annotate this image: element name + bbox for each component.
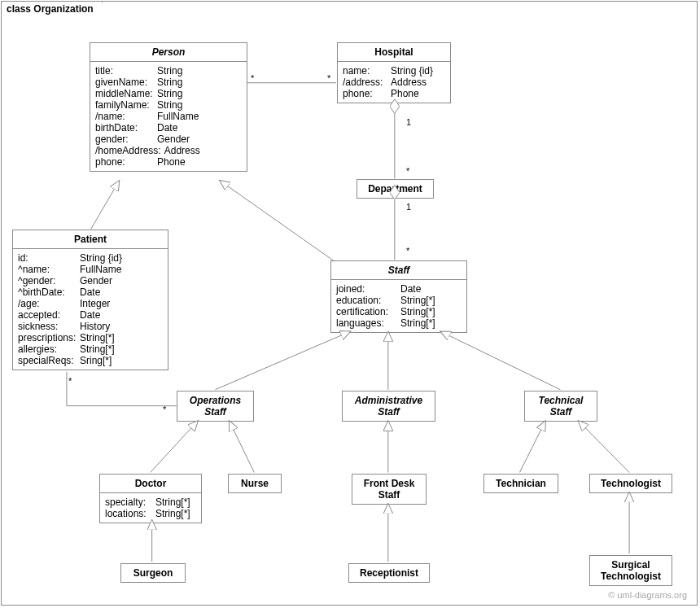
class-tech-staff: Technical Staff <box>524 391 597 422</box>
class-operations-staff: Operations Staff <box>177 391 254 422</box>
class-surgeon-title: Surgeon <box>121 564 185 582</box>
class-technician: Technician <box>483 474 558 493</box>
class-admin-title: Administrative Staff <box>343 391 435 421</box>
class-department-title: Department <box>357 180 433 198</box>
class-doctor: Doctor specialty:String[*] locations:Str… <box>99 474 202 523</box>
class-staff-title: Staff <box>331 261 466 279</box>
class-technician-title: Technician <box>484 475 558 492</box>
svg-line-7 <box>440 331 561 390</box>
svg-line-4 <box>219 180 335 261</box>
class-technologist: Technologist <box>589 474 672 493</box>
mult-dept-staff-star: * <box>406 246 409 256</box>
class-doctor-title: Doctor <box>100 475 201 492</box>
class-admin-staff: Administrative Staff <box>342 391 435 422</box>
class-doctor-attrs: specialty:String[*] locations:String[*] <box>100 493 201 523</box>
class-front-desk: Front Desk Staff <box>352 474 427 505</box>
class-hospital: Hospital name:String {id} /address:Addre… <box>337 42 451 103</box>
class-hospital-title: Hospital <box>338 43 450 61</box>
mult-dept-staff-1: 1 <box>406 202 411 212</box>
class-receptionist: Receptionist <box>348 563 430 583</box>
class-front-desk-title: Front Desk Staff <box>352 475 426 504</box>
mult-person-hosp-l: * <box>251 73 254 83</box>
class-receptionist-title: Receptionist <box>349 564 429 582</box>
class-nurse: Nurse <box>228 474 282 493</box>
mult-hosp-dept-1: 1 <box>406 117 411 127</box>
class-surg-tech-title: Surgical Technologist <box>590 556 672 585</box>
watermark: © uml-diagrams.org <box>608 590 687 600</box>
class-person-attrs: title:String givenName:String middleName… <box>90 62 247 171</box>
mult-patient-ops-l: * <box>68 376 72 386</box>
class-department: Department <box>357 179 434 199</box>
mult-hosp-dept-star: * <box>406 166 409 176</box>
mult-patient-ops-r: * <box>163 405 166 414</box>
svg-line-8 <box>151 421 199 473</box>
frame-title-tab: class Organization <box>1 1 103 16</box>
class-person-title: Person <box>90 43 247 61</box>
svg-line-11 <box>519 421 545 473</box>
class-staff-attrs: joined:Date education:String[*] certific… <box>331 280 466 332</box>
class-technologist-title: Technologist <box>590 475 672 492</box>
class-nurse-title: Nurse <box>229 475 281 492</box>
svg-line-3 <box>91 180 120 229</box>
class-surg-tech: Surgical Technologist <box>589 555 672 586</box>
class-surgeon: Surgeon <box>120 563 186 583</box>
class-patient-title: Patient <box>13 230 168 248</box>
svg-line-12 <box>578 421 629 473</box>
class-hospital-attrs: name:String {id} /address:Address phone:… <box>338 62 450 103</box>
class-patient-attrs: id:String {id} ^name:FullName ^gender:Ge… <box>13 249 168 370</box>
diagram-frame: class Organization Person title:String g… <box>1 1 698 606</box>
class-patient: Patient id:String {id} ^name:FullName ^g… <box>12 230 168 370</box>
mult-person-hosp-r: * <box>327 73 330 83</box>
class-person: Person title:String givenName:String mid… <box>90 42 247 172</box>
class-tech-title: Technical Staff <box>525 391 597 421</box>
frame-title: class Organization <box>7 3 94 15</box>
class-staff: Staff joined:Date education:String[*] ce… <box>330 260 467 333</box>
svg-line-5 <box>215 331 351 390</box>
class-ops-title: Operations Staff <box>177 391 253 421</box>
svg-line-9 <box>229 421 254 473</box>
